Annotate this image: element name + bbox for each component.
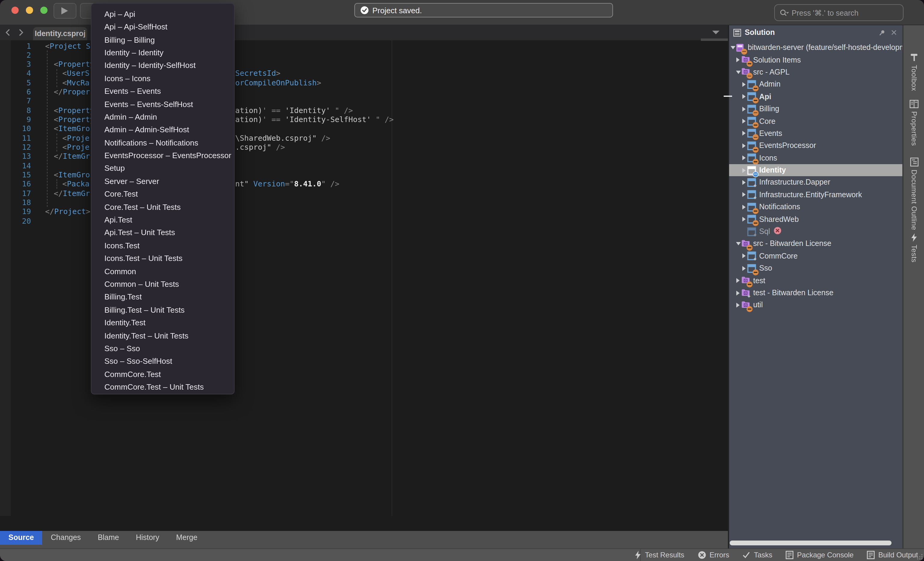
resize-grip[interactable] — [917, 554, 923, 560]
expander-right-icon[interactable] — [742, 118, 747, 124]
run-config-menu-item[interactable]: Identity.Test — [91, 316, 234, 329]
expander-right-icon[interactable] — [736, 278, 741, 283]
run-config-menu-item[interactable]: Icons – Icons — [91, 72, 234, 85]
pin-icon[interactable] — [879, 29, 885, 36]
expander-right-icon[interactable] — [742, 253, 747, 259]
tree-item-admin[interactable]: Admin — [729, 78, 902, 90]
expander-right-icon[interactable] — [742, 94, 747, 100]
tree-item-sharedweb[interactable]: SharedWeb — [729, 213, 902, 226]
subview-tab-history[interactable]: History — [128, 531, 168, 545]
minimize-window-button[interactable] — [26, 7, 33, 14]
side-pad-tab-properties[interactable]: Properties — [903, 100, 924, 146]
close-icon[interactable] — [891, 30, 897, 36]
scrollbar-caret-mark[interactable] — [724, 95, 732, 97]
tree-item-sql[interactable]: ✦Sql — [729, 226, 902, 238]
expander-right-icon[interactable] — [742, 180, 747, 185]
expander-right-icon[interactable] — [742, 205, 747, 210]
tree-item-eventsprocessor[interactable]: EventsProcessor — [729, 139, 902, 152]
subview-tab-blame[interactable]: Blame — [89, 531, 128, 545]
tree-item-test[interactable]: test — [729, 274, 902, 287]
run-config-menu-item[interactable]: Api.Test – Unit Tests — [91, 226, 234, 239]
tab-identity-csproj[interactable]: Identity.csproj — [33, 27, 87, 40]
expander-right-icon[interactable] — [742, 131, 747, 136]
expander-right-icon[interactable] — [742, 168, 747, 173]
tree-item-infrastructure-dapper[interactable]: ✦Infrastructure.Dapper — [729, 177, 902, 189]
run-config-menu-item[interactable]: CommCore.Test – Unit Tests — [91, 381, 234, 393]
run-config-menu-item[interactable]: Events – Events — [91, 85, 234, 98]
tree-item-util[interactable]: util — [729, 299, 902, 311]
run-config-menu-item[interactable]: Core.Test — [91, 188, 234, 201]
status-pad-tasks[interactable]: Tasks — [742, 551, 772, 560]
run-config-menu-item[interactable]: Identity – Identity — [91, 46, 234, 59]
side-pad-tab-document-outline[interactable]: Document Outline — [903, 157, 924, 230]
run-config-menu-item[interactable]: Admin – Admin-SelfHost — [91, 124, 234, 136]
run-config-menu-item[interactable]: Common – Unit Tests — [91, 278, 234, 291]
expander-down-icon[interactable] — [736, 241, 741, 246]
run-config-menu-item[interactable]: Api.Test — [91, 214, 234, 226]
tab-overflow-menu-button[interactable] — [712, 31, 720, 34]
tree-item-core[interactable]: Core — [729, 115, 902, 127]
tree-item-notifications[interactable]: Notifications — [729, 201, 902, 213]
expander-down-icon[interactable] — [736, 70, 741, 75]
subview-tab-merge[interactable]: Merge — [168, 531, 206, 545]
subview-tab-source[interactable]: Source — [0, 531, 42, 545]
run-config-menu-item[interactable]: Api – Api-SelfHost — [91, 21, 234, 33]
close-window-button[interactable] — [11, 7, 19, 14]
status-pad-build-output[interactable]: Build Output — [867, 551, 918, 560]
expander-right-icon[interactable] — [742, 265, 747, 271]
subview-tab-changes[interactable]: Changes — [42, 531, 89, 545]
side-pad-tab-tests[interactable]: Tests — [903, 233, 924, 262]
navigate-back-button[interactable] — [5, 28, 11, 37]
run-config-menu-item[interactable]: Identity.Test – Unit Tests — [91, 329, 234, 342]
run-config-menu-item[interactable]: Server – Server — [91, 175, 234, 188]
run-config-menu-item[interactable]: Common — [91, 265, 234, 278]
navigate-forward-button[interactable] — [18, 28, 24, 37]
tree-item-events[interactable]: Events — [729, 127, 902, 139]
tree-item-identity[interactable]: Identity — [729, 164, 902, 177]
horizontal-scrollbar-thumb[interactable] — [730, 540, 891, 545]
tree-item-src-bitwarden-license[interactable]: src - Bitwarden License — [729, 238, 902, 250]
tree-item-src-agpl[interactable]: src - AGPL — [729, 66, 902, 78]
expander-right-icon[interactable] — [736, 302, 741, 308]
expander-right-icon[interactable] — [736, 290, 741, 296]
tree-item-icons[interactable]: Icons — [729, 152, 902, 164]
run-config-menu-item[interactable]: Setup — [91, 162, 234, 175]
tree-item-billing[interactable]: Billing — [729, 103, 902, 115]
run-config-menu-item[interactable]: Api – Api — [91, 8, 234, 21]
expander-right-icon[interactable] — [742, 143, 747, 148]
status-pad-test-results[interactable]: Test Results — [634, 551, 684, 560]
tree-item-infrastructure-entityframework[interactable]: ✦Infrastructure.EntityFramework — [729, 188, 902, 201]
status-pad-errors[interactable]: Errors — [698, 551, 729, 560]
run-config-menu-item[interactable]: Icons.Test — [91, 239, 234, 252]
run-config-menu-item[interactable]: Icons.Test – Unit Tests — [91, 252, 234, 265]
run-config-menu-item[interactable]: Billing – Billing — [91, 33, 234, 46]
run-button[interactable] — [54, 3, 76, 19]
run-config-menu-item[interactable]: Notifications – Notifications — [91, 136, 234, 149]
run-config-menu-item[interactable]: Billing.Test — [91, 291, 234, 304]
run-config-menu-item[interactable]: Core.Test – Unit Tests — [91, 200, 234, 214]
expander-right-icon[interactable] — [742, 155, 747, 160]
tree-item-bitwarden-server-feature-self-hosted-development[interactable]: bitwarden-server (feature/self-hosted-de… — [729, 42, 902, 54]
expander-right-icon[interactable] — [742, 192, 747, 197]
tree-item-test-bitwarden-license[interactable]: ✦test - Bitwarden License — [729, 287, 902, 299]
tree-item-sso[interactable]: Sso — [729, 262, 902, 274]
run-config-menu-item[interactable]: Events – Events-SelfHost — [91, 98, 234, 111]
expander-right-icon[interactable] — [742, 82, 747, 87]
expander-down-icon[interactable] — [730, 45, 736, 50]
run-config-menu-item[interactable]: EventsProcessor – EventsProcessor — [91, 149, 234, 162]
tree-item-api[interactable]: Api — [729, 90, 902, 103]
run-config-menu-item[interactable]: Sso – Sso — [91, 342, 234, 355]
run-config-menu-item[interactable]: Sso – Sso-SelfHost — [91, 355, 234, 368]
expander-right-icon[interactable] — [742, 106, 747, 112]
run-config-menu-item[interactable]: Admin – Admin — [91, 111, 234, 124]
expander-right-icon[interactable] — [736, 57, 741, 63]
side-pad-tab-toolbox[interactable]: Toolbox — [903, 53, 924, 91]
expander-right-icon[interactable] — [742, 217, 747, 222]
run-config-menu-item[interactable]: CommCore.Test — [91, 368, 234, 381]
run-config-menu-item[interactable]: Billing.Test – Unit Tests — [91, 304, 234, 317]
tree-item-commcore[interactable]: ✦CommCore — [729, 250, 902, 262]
run-config-menu-item[interactable]: Identity – Identity-SelfHost — [91, 59, 234, 72]
tree-item-solution-items[interactable]: Solution Items — [729, 54, 902, 66]
search-input[interactable]: Press '⌘.' to search — [774, 4, 903, 21]
zoom-window-button[interactable] — [40, 7, 48, 14]
